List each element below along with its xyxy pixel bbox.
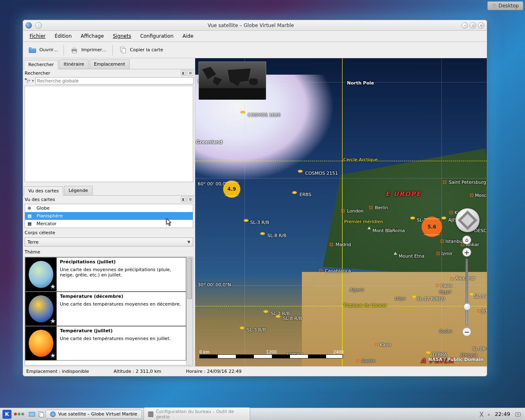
city-casablanca-marker[interactable] [319, 269, 322, 272]
city-moscow-marker[interactable] [470, 194, 473, 197]
menu-config[interactable]: Configuration [136, 32, 178, 41]
search-dropdown-icon[interactable]: ▾ [32, 79, 34, 83]
notifications-icon[interactable] [515, 411, 521, 418]
tab-search[interactable]: Rechercher [24, 60, 58, 69]
maximize-button[interactable]: ▫ [470, 22, 476, 29]
zoom-out-button[interactable]: − [462, 327, 471, 336]
celestial-body-combo[interactable]: Terre ▼ [25, 237, 193, 247]
mtn-montblanc-marker[interactable] [368, 226, 371, 229]
scale-bar: 0 km12002400 [199, 350, 343, 361]
city-izmir-marker[interactable] [436, 252, 440, 255]
earthquake-marker[interactable]: 4.9 [223, 180, 240, 198]
sat-dot[interactable] [410, 217, 415, 219]
projection-planisphere[interactable]: ▦ Planisphère [25, 212, 193, 220]
celestial-body-label: Corps céleste [23, 229, 195, 237]
tropic-cancer-line [195, 306, 487, 306]
sat-dot[interactable] [412, 295, 417, 298]
city-moscow: Mosco [475, 193, 487, 198]
sat-dot[interactable] [244, 219, 249, 222]
klipper-icon[interactable] [478, 411, 485, 418]
taskbar-item-config[interactable]: Configuration du bureau – Outil de gesti… [144, 407, 250, 420]
sat-dot[interactable] [260, 232, 265, 235]
sat-dot[interactable] [426, 351, 431, 354]
detach-icon[interactable]: ◧ [181, 70, 187, 76]
theme-label: Thème [23, 248, 195, 256]
files-icon[interactable] [38, 411, 44, 418]
scrollbar-thumb[interactable] [187, 258, 192, 299]
grid-icon: ▦ [27, 213, 33, 219]
city-jiddah-marker[interactable] [477, 309, 481, 313]
minimize-button[interactable]: – [461, 22, 468, 29]
zoom-handle[interactable] [463, 303, 471, 310]
home-button[interactable]: ⌂ [462, 235, 471, 244]
titlebar[interactable]: ◦ Vue satellite – Globe Virtuel Marble –… [23, 20, 487, 31]
menu-view[interactable]: Affichage [77, 32, 108, 41]
city-saintp-marker[interactable] [443, 180, 446, 184]
detach-icon[interactable]: ◧ [181, 196, 187, 202]
k-menu-button[interactable]: K [2, 410, 11, 419]
sat-dot[interactable] [292, 191, 297, 194]
menu-help[interactable]: Aide [178, 32, 198, 41]
separator [64, 45, 64, 55]
main-window: ◦ Vue satellite – Globe Virtuel Marble –… [23, 20, 487, 377]
star-icon[interactable]: ★ [50, 352, 56, 359]
tab-mapviews[interactable]: Vu des cartes [24, 186, 63, 196]
city-cairo-marker[interactable] [436, 284, 439, 287]
tray-expand-icon[interactable]: ▴ [488, 411, 490, 417]
menu-file[interactable]: Fichier [25, 32, 50, 41]
city-madrid: Madrid [336, 242, 351, 247]
map-view[interactable]: 90° 00' 00,0"N 60° 00' 00,0"N 30° 00' 00… [195, 58, 487, 366]
tab-itinerary[interactable]: Itinéraire [59, 59, 89, 69]
projection-mercator[interactable]: ▦ Mercator [25, 220, 193, 228]
menu-edit[interactable]: Édition [50, 32, 76, 41]
search-input[interactable] [35, 77, 194, 84]
sat-dot[interactable] [263, 310, 268, 313]
city-ibadan-marker[interactable] [356, 359, 359, 363]
activity-pager[interactable] [14, 413, 24, 415]
zoom-in-button[interactable]: + [462, 248, 471, 257]
desktop-pager-button[interactable]: Desktop [487, 1, 524, 10]
close-button[interactable]: × [478, 22, 484, 29]
sat-dot[interactable] [240, 326, 244, 329]
left-panel: Rechercher Itinéraire Emplacement Recher… [23, 58, 195, 366]
binoculars-icon[interactable]: 🔭 [24, 78, 31, 84]
star-icon[interactable]: ★ [50, 317, 56, 325]
projection-globe[interactable]: ⊕ Globe [25, 204, 193, 212]
search-results[interactable] [25, 86, 193, 182]
open-button[interactable]: Ouvrir… [25, 44, 61, 56]
menu-bookmarks[interactable]: Signets [109, 32, 135, 41]
city-kano-marker[interactable] [375, 343, 378, 346]
tab-legend[interactable]: Légende [64, 186, 92, 195]
window-title: Vue satellite – Globe Virtuel Marble [42, 23, 460, 28]
sat-dot[interactable] [298, 170, 303, 173]
print-button[interactable]: Imprimer… [66, 44, 110, 56]
mtn-etna-marker[interactable] [394, 252, 397, 255]
zoom-slider[interactable] [466, 258, 468, 326]
show-desktop-icon[interactable] [29, 411, 35, 418]
city-london-marker[interactable] [341, 209, 345, 212]
theme-item-temp-july[interactable]: ★ Température (juillet)Une carte des tem… [25, 326, 186, 361]
star-icon[interactable]: ★ [50, 283, 56, 290]
city-kiev-marker[interactable] [450, 211, 453, 214]
city-madrid-marker[interactable] [330, 243, 333, 246]
sat-dot[interactable] [240, 111, 245, 114]
overview-map[interactable] [199, 62, 266, 99]
sat-dot[interactable] [276, 315, 281, 318]
taskbar-item-marble[interactable]: Vue satellite – Globe Virtuel Marble [46, 410, 142, 419]
close-panel-icon[interactable]: ⊠ [187, 196, 193, 202]
earthquake-marker[interactable]: 5.6 [422, 217, 442, 237]
city-ibadan: Ibadan [361, 358, 375, 363]
taskbar-clock[interactable]: 22:49 [495, 411, 510, 417]
tab-placement[interactable]: Emplacement [89, 59, 130, 69]
city-berlin-marker[interactable] [369, 206, 372, 209]
theme-item-precipitation-july[interactable]: ★ Précipitations (juillet)Une carte des … [25, 257, 186, 292]
titlebar-icon-pin[interactable]: ◦ [35, 22, 42, 29]
copy-map-button[interactable]: Copier la carte [115, 44, 167, 56]
sat-dot[interactable] [441, 217, 446, 219]
close-panel-icon[interactable]: ⊠ [187, 70, 193, 76]
city-alexandria-marker[interactable] [450, 277, 454, 281]
city-istanbul-marker[interactable] [441, 240, 444, 243]
compass-control[interactable] [456, 208, 479, 232]
theme-scrollbar[interactable] [186, 257, 193, 365]
theme-item-temp-december[interactable]: ★ Température (décembre)Une carte des te… [25, 292, 186, 326]
